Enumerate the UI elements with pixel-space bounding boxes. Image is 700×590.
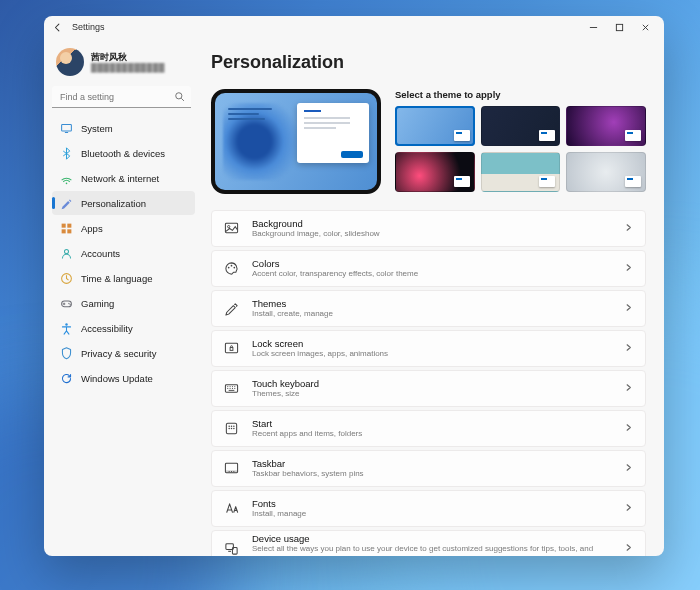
theme-mini-window <box>625 130 641 141</box>
card-title: Taskbar <box>252 458 624 470</box>
card-colors[interactable]: ColorsAccent color, transparency effects… <box>211 250 646 287</box>
nav-label: Apps <box>81 223 103 234</box>
sidebar-item-network-internet[interactable]: Network & internet <box>52 166 195 190</box>
card-start[interactable]: StartRecent apps and items, folders <box>211 410 646 447</box>
sidebar-item-system[interactable]: System <box>52 116 195 140</box>
theme-option-4[interactable] <box>395 152 475 192</box>
nav-label: Privacy & security <box>81 348 157 359</box>
page-title: Personalization <box>211 52 646 73</box>
theme-option-5[interactable] <box>481 152 561 192</box>
svg-point-3 <box>66 182 68 184</box>
card-subtitle: Select all the ways you plan to use your… <box>252 544 624 556</box>
chevron-right-icon <box>624 223 633 234</box>
svg-point-12 <box>70 304 71 305</box>
nav-label: Windows Update <box>81 373 153 384</box>
close-button[interactable] <box>632 17 658 37</box>
card-title: Touch keyboard <box>252 378 624 390</box>
update-icon <box>60 372 73 385</box>
maximize-button[interactable] <box>606 17 632 37</box>
sidebar-item-personalization[interactable]: Personalization <box>52 191 195 215</box>
theme-grid <box>395 106 646 192</box>
themes-icon <box>222 300 240 318</box>
nav-label: System <box>81 123 113 134</box>
sidebar-item-privacy-security[interactable]: Privacy & security <box>52 341 195 365</box>
sidebar-item-bluetooth-devices[interactable]: Bluetooth & devices <box>52 141 195 165</box>
theme-header: Select a theme to apply <box>395 89 646 100</box>
desktop-preview <box>211 89 381 194</box>
chevron-right-icon <box>624 503 633 514</box>
svg-point-28 <box>233 428 235 430</box>
theme-mini-window <box>454 176 470 187</box>
back-button[interactable] <box>50 20 64 34</box>
sidebar-item-gaming[interactable]: Gaming <box>52 291 195 315</box>
profile[interactable]: 茜时风秋 ████████████ <box>52 44 195 86</box>
svg-point-18 <box>233 267 235 269</box>
svg-rect-6 <box>62 229 66 233</box>
accessibility-icon <box>60 322 73 335</box>
colors-icon <box>222 260 240 278</box>
nav-label: Time & language <box>81 273 152 284</box>
card-taskbar[interactable]: TaskbarTaskbar behaviors, system pins <box>211 450 646 487</box>
svg-rect-5 <box>67 223 71 227</box>
bluetooth-icon <box>60 147 73 160</box>
card-title: Themes <box>252 298 624 310</box>
card-subtitle: Themes, size <box>252 389 624 399</box>
card-title: Start <box>252 418 624 430</box>
theme-mini-window <box>539 176 555 187</box>
card-title: Device usage <box>252 533 624 545</box>
card-touch-keyboard[interactable]: Touch keyboardThemes, size <box>211 370 646 407</box>
time-icon <box>60 272 73 285</box>
search-icon <box>174 91 185 104</box>
card-subtitle: Accent color, transparency effects, colo… <box>252 269 624 279</box>
chevron-right-icon <box>624 343 633 354</box>
profile-email: ████████████ <box>91 63 165 73</box>
card-background[interactable]: BackgroundBackground image, color, slide… <box>211 210 646 247</box>
svg-point-25 <box>233 425 235 427</box>
nav-label: Personalization <box>81 198 146 209</box>
card-lock-screen[interactable]: Lock screenLock screen images, apps, ani… <box>211 330 646 367</box>
card-subtitle: Recent apps and items, folders <box>252 429 624 439</box>
card-themes[interactable]: ThemesInstall, create, manage <box>211 290 646 327</box>
sidebar-item-windows-update[interactable]: Windows Update <box>52 366 195 390</box>
theme-option-1[interactable] <box>395 106 475 146</box>
background-icon <box>222 220 240 238</box>
svg-rect-2 <box>62 124 72 131</box>
touchkeyboard-icon <box>222 380 240 398</box>
chevron-right-icon <box>624 383 633 394</box>
nav-label: Accessibility <box>81 323 133 334</box>
lockscreen-icon <box>222 340 240 358</box>
nav-label: Network & internet <box>81 173 159 184</box>
card-subtitle: Install, create, manage <box>252 309 624 319</box>
card-subtitle: Lock screen images, apps, animations <box>252 349 624 359</box>
theme-mini-window <box>454 130 470 141</box>
card-device-usage[interactable]: Device usageSelect all the ways you plan… <box>211 530 646 556</box>
card-title: Background <box>252 218 624 230</box>
card-subtitle: Install, manage <box>252 509 624 519</box>
sidebar-item-accounts[interactable]: Accounts <box>52 241 195 265</box>
svg-point-15 <box>227 226 229 228</box>
card-fonts[interactable]: FontsInstall, manage <box>211 490 646 527</box>
settings-cards: BackgroundBackground image, color, slide… <box>211 210 646 556</box>
nav-label: Gaming <box>81 298 114 309</box>
svg-point-11 <box>68 302 69 303</box>
personalization-icon <box>60 197 73 210</box>
fonts-icon <box>222 500 240 518</box>
deviceusage-icon <box>222 540 240 557</box>
sidebar-item-time-language[interactable]: Time & language <box>52 266 195 290</box>
svg-point-23 <box>228 425 230 427</box>
privacy-icon <box>60 347 73 360</box>
svg-point-13 <box>65 323 67 325</box>
nav-label: Bluetooth & devices <box>81 148 165 159</box>
sidebar-item-accessibility[interactable]: Accessibility <box>52 316 195 340</box>
search-input[interactable] <box>52 86 191 108</box>
theme-option-3[interactable] <box>566 106 646 146</box>
chevron-right-icon <box>624 423 633 434</box>
minimize-button[interactable] <box>580 17 606 37</box>
theme-option-6[interactable] <box>566 152 646 192</box>
svg-point-1 <box>176 93 182 99</box>
sidebar-item-apps[interactable]: Apps <box>52 216 195 240</box>
card-title: Lock screen <box>252 338 624 350</box>
svg-rect-20 <box>230 348 233 351</box>
theme-option-2[interactable] <box>481 106 561 146</box>
search <box>52 86 191 108</box>
